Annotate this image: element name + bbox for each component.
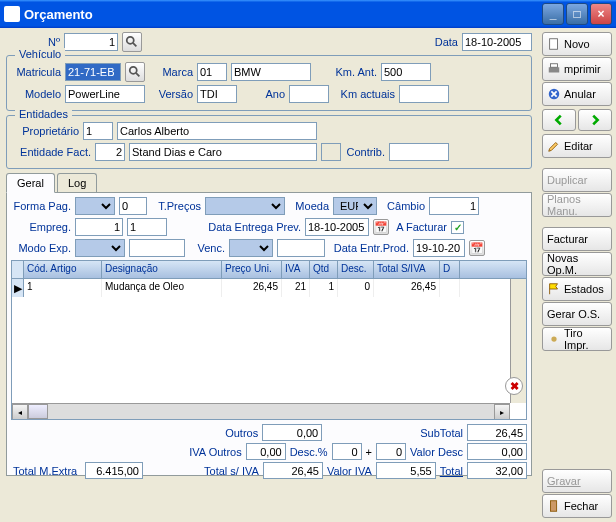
ivaoutros-input[interactable]	[246, 443, 286, 460]
calendar-button[interactable]: 📅	[373, 219, 389, 235]
formapag-select[interactable]	[75, 197, 115, 215]
venc-label: Venc.	[189, 242, 225, 254]
tab-log[interactable]: Log	[57, 173, 97, 192]
prop-name-input[interactable]	[117, 122, 317, 140]
empreg-label: Empreg.	[11, 221, 71, 233]
kmant-input[interactable]	[381, 63, 431, 81]
outros-input[interactable]	[262, 424, 322, 441]
kmact-label: Km actuais	[333, 88, 395, 100]
facturar-checkbox[interactable]: ✓	[451, 221, 464, 234]
tiroimpr-button[interactable]: Tiro Impr.	[542, 327, 612, 351]
novo-button[interactable]: Novo	[542, 32, 612, 56]
descperc1-input[interactable]	[332, 443, 362, 460]
venc-select[interactable]	[229, 239, 273, 257]
vehicle-group: Vehículo Matricula Marca Km. Ant. Modelo…	[6, 55, 532, 111]
subtotal-label: SubTotal	[420, 427, 463, 439]
date-input[interactable]	[462, 33, 532, 51]
ent-label: Entidade Fact.	[13, 146, 91, 158]
items-grid[interactable]: Cód. Artigo Designação Preço Uni. IVA Qt…	[11, 260, 527, 420]
kmact-input[interactable]	[399, 85, 449, 103]
minimize-button[interactable]: _	[542, 3, 564, 25]
totalsiva-label: Total s/ IVA	[204, 465, 259, 477]
arrow-right-icon	[588, 113, 602, 127]
num-input[interactable]	[64, 33, 118, 51]
door-icon	[547, 499, 561, 513]
calendar-button-2[interactable]: 📅	[469, 240, 485, 256]
search-num-button[interactable]	[122, 32, 142, 52]
marca-name-input[interactable]	[231, 63, 311, 81]
edit-icon	[547, 139, 561, 153]
estados-button[interactable]: Estados	[542, 277, 612, 301]
moeda-select[interactable]: EUR	[333, 197, 377, 215]
marca-code-input[interactable]	[197, 63, 227, 81]
col-desig[interactable]: Designação	[102, 261, 222, 278]
tab-body: Forma Pag. T.Preços Moeda EUR Câmbio Emp…	[6, 192, 532, 476]
editar-button[interactable]: Editar	[542, 134, 612, 158]
new-icon	[547, 37, 561, 51]
ano-input[interactable]	[289, 85, 329, 103]
col-preco[interactable]: Preço Uni.	[222, 261, 282, 278]
marca-label: Marca	[149, 66, 193, 78]
col-desc[interactable]: Desc.	[338, 261, 374, 278]
col-iva[interactable]: IVA	[282, 261, 310, 278]
col-qtd[interactable]: Qtd	[310, 261, 338, 278]
col-d[interactable]: D	[440, 261, 460, 278]
col-cod[interactable]: Cód. Artigo	[24, 261, 102, 278]
contrib-input[interactable]	[389, 143, 449, 161]
cambio-label: Câmbio	[381, 200, 425, 212]
empreg-input2[interactable]	[127, 218, 167, 236]
maximize-button[interactable]: □	[566, 3, 588, 25]
tabs: Geral Log	[6, 173, 532, 192]
valordesc-input[interactable]	[467, 443, 527, 460]
col-tsiva[interactable]: Total S/IVA	[374, 261, 440, 278]
novasopm-button[interactable]: Novas Op.M.	[542, 252, 612, 276]
tab-geral[interactable]: Geral	[6, 173, 55, 193]
dataprod-input[interactable]	[413, 239, 465, 257]
fechar-button[interactable]: Fechar	[542, 494, 612, 518]
dataentrega-label: Data Entrega Prev.	[203, 221, 301, 233]
modo-input[interactable]	[129, 239, 185, 257]
cambio-input[interactable]	[429, 197, 479, 215]
valoriva-input	[376, 462, 436, 479]
scroll-right-button[interactable]: ▸	[494, 404, 510, 420]
next-button[interactable]	[578, 109, 612, 131]
modo-select[interactable]	[75, 239, 125, 257]
venc-input[interactable]	[277, 239, 325, 257]
matricula-input[interactable]	[65, 63, 121, 81]
facturar-button[interactable]: Facturar	[542, 227, 612, 251]
anular-button[interactable]: Anular	[542, 82, 612, 106]
app-icon	[4, 6, 20, 22]
svg-point-8	[551, 336, 556, 341]
search-matricula-button[interactable]	[125, 62, 145, 82]
tprecos-select[interactable]	[205, 197, 285, 215]
prop-label: Proprietário	[13, 125, 79, 137]
geraros-button[interactable]: Gerar O.S.	[542, 302, 612, 326]
close-button[interactable]: ×	[590, 3, 612, 25]
prev-button[interactable]	[542, 109, 576, 131]
ent-code-input[interactable]	[95, 143, 125, 161]
dataprod-label: Data Entr.Prod.	[329, 242, 409, 254]
horizontal-scrollbar[interactable]: ◂ ▸	[12, 403, 510, 419]
empreg-input[interactable]	[75, 218, 123, 236]
descperc2-input[interactable]	[376, 443, 406, 460]
contrib-label: Contrib.	[345, 146, 385, 158]
valoriva-label: Valor IVA	[327, 465, 372, 477]
total-label: Total	[440, 465, 463, 477]
imprimir-button[interactable]: mprimir	[542, 57, 612, 81]
ent-name-input[interactable]	[129, 143, 317, 161]
prop-code-input[interactable]	[83, 122, 113, 140]
formapag-code[interactable]	[119, 197, 147, 215]
table-row[interactable]: ▶ 1 Mudança de Oleo 26,45 21 1 0 26,45	[12, 279, 526, 297]
arrow-left-icon	[552, 113, 566, 127]
duplicar-button: Duplicar	[542, 168, 612, 192]
svg-line-1	[133, 43, 137, 47]
scroll-left-button[interactable]: ◂	[12, 404, 28, 420]
subtotal-input	[467, 424, 527, 441]
dataentrega-input[interactable]	[305, 218, 369, 236]
printer-icon	[547, 62, 561, 76]
delete-row-button[interactable]: ✖	[505, 377, 523, 395]
modelo-input[interactable]	[65, 85, 145, 103]
formapag-label: Forma Pag.	[11, 200, 71, 212]
num-label: Nº	[6, 36, 60, 48]
versao-input[interactable]	[197, 85, 237, 103]
